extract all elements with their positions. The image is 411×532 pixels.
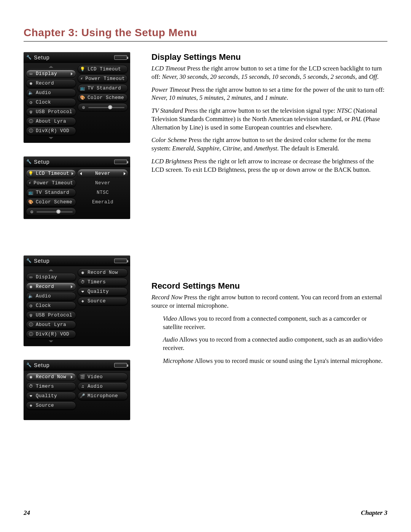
power-icon: ⚡ bbox=[29, 181, 31, 186]
audio-icon: 🔈 bbox=[29, 294, 33, 299]
menu-item-label: Record Now bbox=[88, 270, 118, 275]
video-icon: 🎬 bbox=[80, 375, 85, 380]
timer-icon: ⏱ bbox=[29, 384, 33, 389]
menu-item-quality[interactable]: ❤ Quality bbox=[26, 392, 76, 400]
section-heading-display: Display Settings Menu bbox=[151, 52, 387, 62]
wrench-icon: 🔧 bbox=[27, 258, 32, 263]
info-icon: ⓘ bbox=[29, 129, 33, 134]
clock-icon: ◷ bbox=[29, 100, 33, 105]
menu-item-clock[interactable]: ◷ Clock bbox=[26, 98, 76, 107]
value-ntsc[interactable]: NTSC bbox=[78, 189, 128, 197]
chapter-title: Chapter 3: Using the Setup Menu bbox=[24, 27, 387, 39]
sub-para-record-1: Audio Allows you to record from a connec… bbox=[163, 335, 387, 352]
menu-item-audio[interactable]: ♫ Audio bbox=[78, 382, 128, 391]
menu-item-label: Audio bbox=[36, 90, 51, 96]
menu-item-timers[interactable]: ⏱ Timers bbox=[26, 382, 76, 391]
menu-item-display[interactable]: ▭ Display bbox=[26, 273, 76, 281]
menu-item-label: Power Timeout bbox=[33, 181, 73, 186]
menu-item-about-lyra[interactable]: ⓘ About Lyra bbox=[26, 321, 76, 329]
scroll-up-icon bbox=[49, 269, 53, 271]
tv-icon: 📺 bbox=[29, 190, 33, 195]
menu-item-microphone[interactable]: 🎤 Microphone bbox=[78, 392, 128, 400]
menu-item-video[interactable]: 🎬 Video bbox=[78, 373, 128, 381]
usb-icon: ψ bbox=[29, 110, 33, 115]
menu-item-clock[interactable]: ◷ Clock bbox=[26, 302, 76, 310]
menu-item-power-timeout[interactable]: ⚡ Power Timeout bbox=[78, 75, 128, 83]
timeout-icon: 💡 bbox=[29, 171, 33, 176]
menu-item-about-lyra[interactable]: ⓘ About Lyra bbox=[26, 117, 76, 126]
para-record-intro: Record Now Press the right arrow button … bbox=[151, 293, 387, 310]
audio-icon: 🔈 bbox=[29, 91, 33, 96]
menu-item-lcd-timeout[interactable]: 💡 LCD Timeout bbox=[78, 65, 128, 73]
menu-item-label: Quality bbox=[88, 289, 109, 294]
menu-item-label: About Lyra bbox=[36, 119, 66, 124]
device-titlebar: 🔧 Setup bbox=[24, 157, 130, 167]
menu-item-audio[interactable]: 🔈 Audio bbox=[26, 89, 76, 97]
device-screenshot-2: 🔧 Setup 💡 LCD Timeout ⚡ Power Timeout 📺 … bbox=[24, 157, 130, 219]
menu-item-usb-protocol[interactable]: ψ USB Protocol bbox=[26, 311, 76, 320]
menu-item-color-scheme[interactable]: 🎨 Color Scheme bbox=[78, 94, 128, 102]
brightness-slider[interactable]: ◎ bbox=[78, 103, 128, 112]
para-display-4: LCD Brightness Press the right or left a… bbox=[151, 157, 387, 174]
mic-icon: 🎤 bbox=[80, 394, 85, 399]
menu-item-divx-r-vod[interactable]: ⓘ DivX(R) VOD bbox=[26, 330, 76, 339]
value-never[interactable]: Never bbox=[78, 179, 128, 187]
menu-item-record-now[interactable]: ◉ Record Now bbox=[26, 373, 76, 381]
value-emerald[interactable]: Emerald bbox=[78, 198, 128, 206]
footer-right: Chapter 3 bbox=[361, 509, 387, 517]
source-icon: ◈ bbox=[29, 403, 33, 408]
menu-item-usb-protocol[interactable]: ψ USB Protocol bbox=[26, 108, 76, 116]
menu-item-source[interactable]: ◈ Source bbox=[78, 297, 128, 305]
page-footer: 24 Chapter 3 bbox=[24, 509, 387, 517]
menu-item-label: Clock bbox=[36, 100, 51, 105]
para-display-3: Color Scheme Press the right arrow butto… bbox=[151, 136, 387, 153]
palette-icon: 🎨 bbox=[29, 200, 33, 205]
menu-item-power-timeout[interactable]: ⚡ Power Timeout bbox=[26, 179, 76, 187]
menu-item-display[interactable]: ▭ Display bbox=[26, 70, 76, 78]
record-icon: ◉ bbox=[29, 375, 33, 380]
palette-icon: 🎨 bbox=[80, 96, 85, 101]
menu-item-record[interactable]: ◉ Record bbox=[26, 283, 76, 291]
brightness-slider[interactable]: ◎ bbox=[26, 208, 76, 216]
menu-item-label: Audio bbox=[36, 294, 51, 299]
menu-item-label: Quality bbox=[36, 393, 57, 399]
value-never[interactable]: Never bbox=[78, 169, 128, 178]
menu-item-label: Clock bbox=[36, 303, 51, 308]
menu-item-label: LCD Timeout bbox=[88, 67, 121, 72]
menu-item-label: Color Scheme bbox=[36, 200, 72, 205]
quality-icon: ❤ bbox=[80, 289, 85, 294]
menu-item-lcd-timeout[interactable]: 💡 LCD Timeout bbox=[26, 169, 76, 178]
menu-item-tv-standard[interactable]: 📺 TV Standard bbox=[78, 84, 128, 93]
device-screenshot-3: 🔧 Setup ▭ Display ◉ Record 🔈 Audio ◷ Clo… bbox=[24, 256, 130, 346]
rule bbox=[24, 41, 387, 42]
menu-item-label: USB Protocol bbox=[36, 109, 72, 115]
menu-item-label: Color Scheme bbox=[88, 95, 124, 101]
lcd-icon: ◎ bbox=[81, 105, 86, 110]
scroll-down-icon bbox=[49, 137, 53, 139]
menu-item-tv-standard[interactable]: 📺 TV Standard bbox=[26, 189, 76, 197]
wrench-icon: 🔧 bbox=[27, 55, 32, 60]
clock-icon: ◷ bbox=[29, 304, 33, 308]
menu-item-label: DivX(R) VOD bbox=[36, 332, 69, 337]
menu-item-timers[interactable]: ⏱ Timers bbox=[78, 278, 128, 286]
menu-item-divx-r-vod[interactable]: ⓘ DivX(R) VOD bbox=[26, 127, 76, 135]
menu-item-record-now[interactable]: ◉ Record Now bbox=[78, 268, 128, 277]
scroll-up-icon bbox=[49, 66, 53, 68]
menu-item-quality[interactable]: ❤ Quality bbox=[78, 288, 128, 296]
battery-icon bbox=[114, 55, 127, 60]
menu-item-label: Timers bbox=[88, 280, 106, 285]
info-icon: ⓘ bbox=[29, 332, 33, 337]
chevron-right-icon bbox=[71, 375, 73, 379]
menu-item-label: Display bbox=[36, 275, 57, 280]
menu-item-audio[interactable]: 🔈 Audio bbox=[26, 292, 76, 300]
menu-item-record[interactable]: ◉ Record bbox=[26, 79, 76, 88]
device-title: Setup bbox=[34, 258, 50, 264]
menu-item-label: Microphone bbox=[88, 393, 118, 399]
display-icon: ▭ bbox=[29, 72, 33, 77]
menu-item-label: Record bbox=[36, 284, 54, 289]
quality-icon: ❤ bbox=[29, 394, 33, 399]
display-icon: ▭ bbox=[29, 275, 33, 280]
menu-item-source[interactable]: ◈ Source bbox=[26, 401, 76, 410]
menu-item-color-scheme[interactable]: 🎨 Color Scheme bbox=[26, 198, 76, 206]
section-heading-record: Record Settings Menu bbox=[151, 281, 387, 291]
